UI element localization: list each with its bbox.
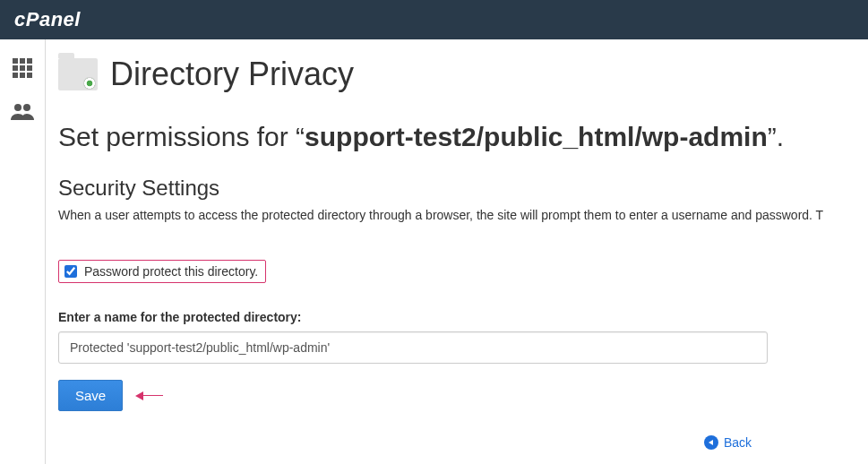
protected-name-label: Enter a name for the protected directory… [58, 310, 868, 324]
arrow-annotation-icon [135, 391, 163, 400]
page-title-row: Directory Privacy [58, 56, 868, 93]
save-row: Save [58, 380, 868, 411]
svg-rect-4 [20, 65, 25, 71]
svg-point-9 [14, 104, 21, 111]
topbar: cPanel [0, 0, 868, 39]
perm-suffix: ”. [768, 122, 784, 151]
svg-rect-7 [20, 73, 25, 78]
cpanel-logo: cPanel [14, 8, 81, 31]
svg-rect-2 [27, 58, 32, 64]
svg-rect-3 [13, 65, 18, 71]
protected-name-input[interactable] [58, 331, 768, 364]
apps-grid-icon[interactable] [12, 57, 33, 82]
directory-privacy-icon [58, 58, 98, 90]
users-icon[interactable] [10, 103, 35, 124]
svg-rect-8 [27, 73, 32, 78]
svg-rect-0 [13, 58, 18, 64]
body-wrap: Directory Privacy Set permissions for “s… [0, 39, 868, 464]
perm-path: support-test2/public_html/wp-admin [305, 122, 768, 151]
permissions-heading: Set permissions for “support-test2/publi… [58, 122, 868, 152]
security-settings-heading: Security Settings [58, 176, 868, 201]
security-settings-description: When a user attempts to access the prote… [58, 208, 868, 222]
svg-rect-6 [13, 73, 18, 78]
password-protect-checkbox-row: Password protect this directory. [58, 260, 266, 283]
back-link[interactable]: Back [704, 435, 752, 450]
back-arrow-icon [704, 435, 718, 450]
main-content: Directory Privacy Set permissions for “s… [46, 39, 868, 464]
back-label: Back [724, 435, 752, 450]
page-title: Directory Privacy [110, 56, 354, 93]
svg-rect-5 [27, 65, 32, 71]
svg-rect-1 [20, 58, 25, 64]
save-button[interactable]: Save [58, 380, 123, 411]
left-rail [0, 39, 46, 464]
password-protect-checkbox[interactable] [64, 265, 77, 278]
password-protect-label[interactable]: Password protect this directory. [84, 264, 258, 279]
perm-prefix: Set permissions for “ [58, 122, 305, 151]
svg-point-10 [23, 104, 30, 111]
